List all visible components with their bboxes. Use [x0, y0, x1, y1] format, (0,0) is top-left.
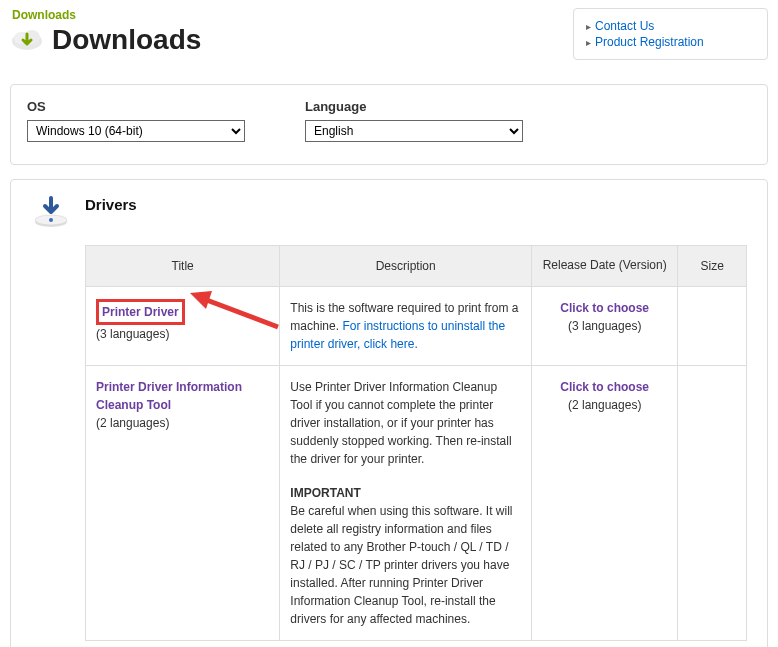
table-row: Printer Driver Information Cleanup Tool …	[86, 365, 747, 640]
col-description: Description	[280, 246, 532, 287]
table-header-row: Title Description Release Date (Version)…	[86, 246, 747, 287]
contact-us-link[interactable]: Contact Us	[595, 19, 654, 33]
driver-title-link[interactable]: Printer Driver	[102, 305, 179, 319]
drivers-icon	[31, 196, 71, 233]
links-box: ▸ Contact Us ▸ Product Registration	[573, 8, 768, 60]
download-cloud-icon	[10, 26, 44, 54]
col-release: Release Date (Version)	[531, 246, 678, 287]
os-label: OS	[27, 99, 245, 114]
table-row: Printer Driver (3 languages) This is the…	[86, 286, 747, 365]
size-cell	[678, 286, 747, 365]
os-select[interactable]: Windows 10 (64-bit)	[27, 120, 245, 142]
click-to-choose-link[interactable]: Click to choose	[560, 380, 649, 394]
title-block: Downloads Downloads	[10, 8, 201, 56]
choose-languages: (2 languages)	[568, 398, 641, 412]
caret-right-icon: ▸	[586, 21, 591, 32]
driver-languages: (2 languages)	[96, 416, 169, 430]
svg-line-6	[204, 299, 278, 327]
page-title: Downloads	[52, 24, 201, 56]
selector-panel: OS Windows 10 (64-bit) Language English	[10, 84, 768, 165]
drivers-heading: Drivers	[85, 196, 137, 213]
arrow-annotation-icon	[186, 285, 286, 335]
driver-languages: (3 languages)	[96, 327, 169, 341]
breadcrumb: Downloads	[12, 8, 201, 22]
click-to-choose-link[interactable]: Click to choose	[560, 301, 649, 315]
driver-title-link[interactable]: Printer Driver Information Cleanup Tool	[96, 380, 242, 412]
size-cell	[678, 365, 747, 640]
drivers-panel: Drivers Title Description Release Date (…	[10, 179, 768, 647]
svg-marker-7	[190, 291, 212, 309]
language-label: Language	[305, 99, 523, 114]
col-size: Size	[678, 246, 747, 287]
important-label: IMPORTANT	[290, 484, 521, 502]
svg-point-5	[49, 218, 53, 222]
driver-description: Use Printer Driver Information Cleanup T…	[290, 380, 511, 466]
choose-languages: (3 languages)	[568, 319, 641, 333]
product-registration-link[interactable]: Product Registration	[595, 35, 704, 49]
col-title: Title	[86, 246, 280, 287]
language-select[interactable]: English	[305, 120, 523, 142]
caret-right-icon: ▸	[586, 37, 591, 48]
highlight-annotation: Printer Driver	[96, 299, 185, 325]
important-text: Be careful when using this software. It …	[290, 504, 512, 626]
drivers-table: Title Description Release Date (Version)…	[85, 245, 747, 641]
